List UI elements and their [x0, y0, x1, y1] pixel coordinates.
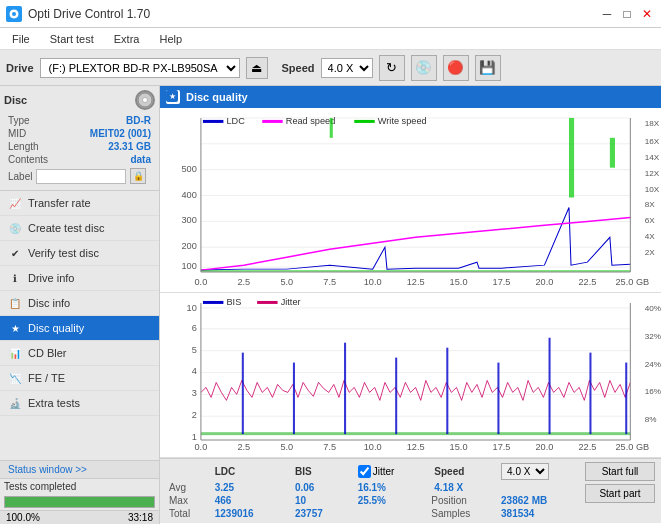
disc-label-input[interactable] [36, 169, 126, 184]
sidebar-item-extra-tests[interactable]: 🔬 Extra tests [0, 391, 159, 416]
save-button[interactable]: 💾 [475, 55, 501, 81]
svg-rect-80 [446, 348, 448, 434]
svg-point-3 [143, 98, 148, 103]
stat-empty [166, 462, 209, 481]
disc2-button[interactable]: 🔴 [443, 55, 469, 81]
sidebar-item-label: Disc info [28, 297, 70, 309]
disc-button[interactable]: 💿 [411, 55, 437, 81]
close-button[interactable]: ✕ [639, 6, 655, 22]
svg-text:25.0 GB: 25.0 GB [616, 442, 650, 452]
sidebar-item-cd-bler[interactable]: 📊 CD Bler [0, 341, 159, 366]
svg-text:10X: 10X [645, 185, 660, 194]
drive-selector[interactable]: (F:) PLEXTOR BD-R PX-LB950SA 1.06 [40, 58, 240, 78]
svg-text:5: 5 [192, 345, 197, 355]
transfer-rate-icon: 📈 [8, 196, 22, 210]
speed-label: Speed [282, 62, 315, 74]
sidebar-item-drive-info[interactable]: ℹ Drive info [0, 266, 159, 291]
svg-rect-83 [589, 353, 591, 435]
svg-text:16%: 16% [645, 387, 661, 396]
jitter-checkbox[interactable] [358, 465, 371, 478]
status-completed-text: Tests completed [0, 479, 159, 494]
ldc-header: LDC [209, 462, 289, 481]
stats-avg-row: Avg 3.25 0.06 16.1% 4.18 X [166, 481, 581, 494]
drive-label: Drive [6, 62, 34, 74]
svg-text:4: 4 [192, 367, 197, 377]
avg-bis: 0.06 [289, 481, 352, 494]
charts-container: 100 200 300 400 500 18X 16X 14X 12X 10X … [160, 108, 661, 524]
disc-label-button[interactable]: 🔒 [130, 168, 146, 184]
speed-selector[interactable]: 4.0 X [321, 58, 373, 78]
svg-text:6: 6 [192, 323, 197, 333]
main-area: Disc Type BD-R MID MEIT02 (001) Length 2… [0, 86, 661, 524]
svg-rect-77 [293, 363, 295, 435]
svg-text:100: 100 [181, 261, 196, 271]
disc-panel: Disc Type BD-R MID MEIT02 (001) Length 2… [0, 86, 159, 191]
svg-text:BIS: BIS [226, 297, 241, 307]
svg-rect-71 [203, 301, 223, 304]
menu-help[interactable]: Help [155, 31, 186, 47]
svg-rect-76 [242, 353, 244, 435]
menu-file[interactable]: File [8, 31, 34, 47]
lower-chart: 1 2 3 4 5 6 10 40% 32% 24% 16% 8% BI [160, 293, 661, 458]
minimize-button[interactable]: ─ [599, 6, 615, 22]
drive-dropdown[interactable]: (F:) PLEXTOR BD-R PX-LB950SA 1.06 [40, 58, 240, 78]
max-position: 23862 MB [499, 494, 581, 507]
svg-rect-30 [262, 120, 282, 123]
sidebar-item-label: CD Bler [28, 347, 67, 359]
svg-text:2X: 2X [645, 248, 656, 257]
svg-text:15.0: 15.0 [450, 442, 468, 452]
quality-title: Disc quality [186, 91, 248, 103]
app-icon [6, 6, 22, 22]
sidebar-item-create-test-disc[interactable]: 💿 Create test disc [0, 216, 159, 241]
maximize-button[interactable]: □ [619, 6, 635, 22]
sidebar-item-disc-quality[interactable]: ★ Disc quality [0, 316, 159, 341]
speed-stat-dropdown[interactable]: 4.0 X [501, 463, 549, 480]
sidebar-menu: 📈 Transfer rate 💿 Create test disc ✔ Ver… [0, 191, 159, 460]
sidebar-item-transfer-rate[interactable]: 📈 Transfer rate [0, 191, 159, 216]
svg-text:500: 500 [181, 164, 196, 174]
sidebar-item-verify-test-disc[interactable]: ✔ Verify test disc [0, 241, 159, 266]
disc-contents-label: Contents [8, 154, 48, 165]
drive-toolbar: Drive (F:) PLEXTOR BD-R PX-LB950SA 1.06 … [0, 50, 661, 86]
avg-label: Avg [166, 481, 209, 494]
stats-panel: LDC BIS Jitter Speed [160, 458, 661, 523]
svg-text:3: 3 [192, 388, 197, 398]
svg-text:0.0: 0.0 [195, 442, 208, 452]
progress-bar [4, 496, 155, 508]
menu-extra[interactable]: Extra [110, 31, 144, 47]
refresh-button[interactable]: ↻ [379, 55, 405, 81]
svg-text:12.5: 12.5 [407, 442, 425, 452]
sidebar-item-fe-te[interactable]: 📉 FE / TE [0, 366, 159, 391]
avg-speed: 4.18 X [428, 481, 581, 494]
upper-chart-svg: 100 200 300 400 500 18X 16X 14X 12X 10X … [160, 108, 661, 292]
max-label: Max [166, 494, 209, 507]
start-full-button[interactable]: Start full [585, 462, 655, 481]
svg-text:8%: 8% [645, 415, 657, 424]
sidebar-item-disc-info[interactable]: 📋 Disc info [0, 291, 159, 316]
disc-length-value: 23.31 GB [108, 141, 151, 152]
svg-rect-75 [201, 432, 630, 435]
svg-text:22.5: 22.5 [578, 277, 596, 287]
max-jitter: 25.5% [352, 494, 429, 507]
speed-dropdown-cell[interactable]: 4.0 X [499, 462, 581, 481]
svg-text:Read speed: Read speed [286, 116, 336, 126]
status-window-button[interactable]: Status window >> [0, 461, 159, 479]
speed-dropdown[interactable]: 4.0 X [321, 58, 373, 78]
disc-contents-row: Contents data [4, 153, 155, 166]
start-part-button[interactable]: Start part [585, 484, 655, 503]
jitter-label[interactable]: Jitter [358, 465, 423, 478]
disc-quality-icon: ★ [8, 321, 22, 335]
create-test-disc-icon: 💿 [8, 221, 22, 235]
menu-start-test[interactable]: Start test [46, 31, 98, 47]
svg-text:22.5: 22.5 [578, 442, 596, 452]
content-area: ★ Disc quality 10 [160, 86, 661, 524]
svg-text:5.0: 5.0 [280, 277, 293, 287]
stats-max-row: Max 466 10 25.5% Position 23862 MB [166, 494, 581, 507]
svg-text:40%: 40% [645, 304, 661, 313]
svg-text:10: 10 [187, 303, 197, 313]
sidebar-item-label: Verify test disc [28, 247, 99, 259]
quality-header-icon: ★ [166, 90, 180, 104]
eject-button[interactable]: ⏏ [246, 57, 268, 79]
svg-rect-81 [497, 363, 499, 435]
status-bar: Status window >> Tests completed 100.0% … [0, 460, 159, 524]
